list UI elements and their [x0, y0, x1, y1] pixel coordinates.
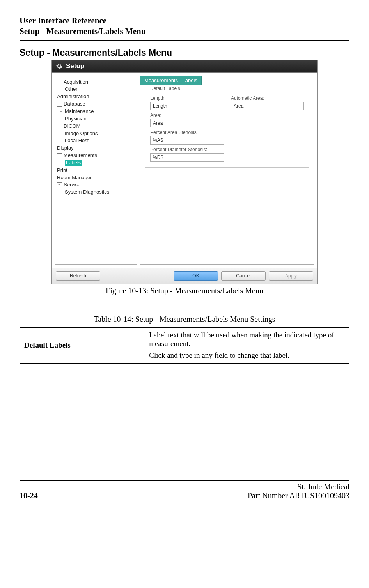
settings-row-desc: Label text that will be used when making… — [145, 327, 349, 363]
tree-item[interactable]: Physician — [65, 116, 87, 122]
footer-company: St. Jude Medical — [248, 482, 349, 491]
fieldset-legend: Default Labels — [149, 86, 182, 91]
tree-item[interactable]: Database — [64, 101, 85, 107]
tree-item-selected[interactable]: Labels — [65, 160, 82, 166]
pds-label: Percent Diameter Stenosis: — [150, 147, 304, 152]
cancel-button[interactable]: Cancel — [221, 271, 266, 281]
footer-rule — [20, 480, 349, 481]
pas-label: Percent Area Stenosis: — [150, 130, 304, 135]
pds-input[interactable] — [150, 153, 224, 162]
tree-item[interactable]: Print — [57, 167, 67, 173]
section-heading: Setup - Measurements/Labels Menu — [20, 48, 349, 58]
expand-icon[interactable]: − — [57, 80, 62, 85]
length-label: Length: — [150, 95, 223, 101]
expand-icon[interactable]: − — [57, 124, 62, 129]
doc-header-line1: User Interface Reference — [20, 16, 349, 26]
page-number: 10-24 — [20, 491, 38, 500]
tree-item[interactable]: DICOM — [64, 123, 80, 129]
dialog-button-bar: Refresh OK Cancel Apply — [52, 268, 317, 284]
tree-item[interactable]: Administration — [57, 94, 89, 99]
settings-row-name: Default Labels — [20, 327, 145, 363]
gear-icon — [56, 63, 63, 70]
expand-icon[interactable]: − — [57, 182, 62, 187]
tree-item[interactable]: Room Manager — [57, 175, 92, 180]
tree-item[interactable]: Local Host — [65, 138, 89, 143]
area-input[interactable] — [150, 119, 224, 127]
figure-caption: Figure 10-13: Setup - Measurements/Label… — [20, 286, 349, 295]
default-labels-group: Default Labels Length: Automatic Area: A… — [145, 89, 309, 168]
header-rule — [20, 40, 349, 41]
expand-icon[interactable]: − — [57, 102, 62, 107]
apply-button[interactable]: Apply — [269, 271, 313, 281]
tree-item[interactable]: Image Options — [65, 131, 98, 136]
content-panel: Measurements - Labels Default Labels Len… — [140, 76, 314, 265]
tree-item[interactable]: Measurements — [64, 152, 97, 158]
refresh-button[interactable]: Refresh — [56, 271, 100, 281]
area-label: Area: — [150, 113, 304, 118]
nav-tree[interactable]: −Acquisition Other Administration −Datab… — [55, 76, 137, 265]
settings-table: Default Labels Label text that will be u… — [20, 327, 349, 364]
ok-button[interactable]: OK — [174, 271, 218, 281]
auto-area-input[interactable] — [231, 102, 304, 110]
dialog-titlebar: Setup — [52, 60, 317, 72]
tree-item[interactable]: Display — [57, 145, 74, 151]
tree-item[interactable]: System Diagnostics — [65, 189, 109, 195]
expand-icon[interactable]: − — [57, 153, 62, 158]
tree-item[interactable]: Other — [65, 86, 78, 92]
length-input[interactable] — [150, 102, 223, 110]
footer-part-number: Part Number ARTUS100109403 — [248, 491, 349, 500]
table-caption: Table 10-14: Setup - Measurements/Labels… — [20, 315, 349, 324]
tree-item[interactable]: Maintenance — [65, 108, 94, 114]
tree-item[interactable]: Service — [64, 182, 80, 187]
doc-header-line2: Setup - Measurements/Labels Menu — [20, 26, 349, 37]
pas-input[interactable] — [150, 136, 224, 145]
panel-title: Measurements - Labels — [140, 76, 202, 85]
settings-desc-p2: Click and type in any field to change th… — [149, 351, 345, 360]
tree-item[interactable]: Acquisition — [64, 79, 88, 85]
setup-dialog: Setup −Acquisition Other Administration … — [51, 60, 318, 284]
dialog-title: Setup — [66, 62, 84, 70]
auto-area-label: Automatic Area: — [231, 95, 304, 101]
settings-desc-p1: Label text that will be used when making… — [149, 331, 345, 348]
